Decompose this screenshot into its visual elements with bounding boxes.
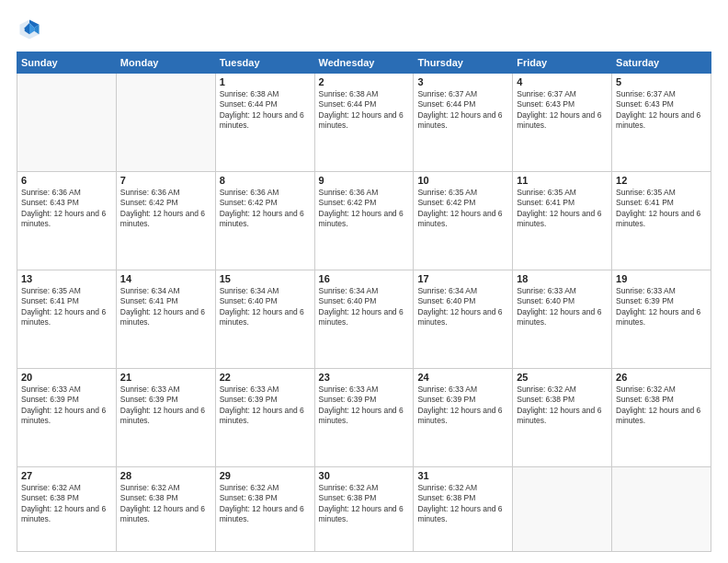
day-info: Sunrise: 6:33 AMSunset: 6:39 PMDaylight:… bbox=[220, 385, 311, 427]
day-info: Sunrise: 6:36 AMSunset: 6:42 PMDaylight:… bbox=[220, 188, 311, 230]
day-number: 5 bbox=[616, 76, 707, 87]
day-info: Sunrise: 6:33 AMSunset: 6:39 PMDaylight:… bbox=[616, 286, 707, 328]
day-number: 15 bbox=[220, 273, 311, 284]
day-info: Sunrise: 6:36 AMSunset: 6:42 PMDaylight:… bbox=[120, 188, 211, 230]
calendar-header-saturday: Saturday bbox=[612, 52, 711, 74]
calendar-cell: 31Sunrise: 6:32 AMSunset: 6:38 PMDayligh… bbox=[414, 466, 513, 551]
day-info: Sunrise: 6:35 AMSunset: 6:41 PMDaylight:… bbox=[21, 286, 112, 328]
day-number: 1 bbox=[220, 76, 311, 87]
calendar-cell: 24Sunrise: 6:33 AMSunset: 6:39 PMDayligh… bbox=[414, 368, 513, 466]
calendar-header-monday: Monday bbox=[116, 52, 215, 74]
day-number: 3 bbox=[417, 76, 508, 87]
day-number: 21 bbox=[120, 372, 211, 383]
day-number: 6 bbox=[21, 175, 112, 186]
calendar-cell bbox=[17, 74, 117, 172]
day-number: 7 bbox=[120, 175, 211, 186]
day-number: 12 bbox=[616, 175, 707, 186]
day-number: 14 bbox=[120, 273, 211, 284]
day-info: Sunrise: 6:34 AMSunset: 6:40 PMDaylight:… bbox=[417, 286, 508, 328]
day-info: Sunrise: 6:34 AMSunset: 6:40 PMDaylight:… bbox=[319, 286, 410, 328]
calendar-cell: 16Sunrise: 6:34 AMSunset: 6:40 PMDayligh… bbox=[314, 270, 414, 368]
day-info: Sunrise: 6:32 AMSunset: 6:38 PMDaylight:… bbox=[120, 483, 211, 525]
logo-icon bbox=[17, 17, 42, 42]
day-number: 29 bbox=[220, 470, 311, 481]
calendar-cell: 26Sunrise: 6:32 AMSunset: 6:38 PMDayligh… bbox=[612, 368, 711, 466]
day-info: Sunrise: 6:36 AMSunset: 6:42 PMDaylight:… bbox=[319, 188, 410, 230]
calendar-header-wednesday: Wednesday bbox=[314, 52, 414, 74]
day-info: Sunrise: 6:37 AMSunset: 6:43 PMDaylight:… bbox=[517, 89, 608, 132]
calendar-header-thursday: Thursday bbox=[414, 52, 513, 74]
day-info: Sunrise: 6:32 AMSunset: 6:38 PMDaylight:… bbox=[517, 385, 608, 427]
day-info: Sunrise: 6:34 AMSunset: 6:40 PMDaylight:… bbox=[220, 286, 311, 328]
calendar-cell: 12Sunrise: 6:35 AMSunset: 6:41 PMDayligh… bbox=[612, 171, 711, 270]
calendar-cell: 14Sunrise: 6:34 AMSunset: 6:41 PMDayligh… bbox=[116, 270, 215, 368]
day-info: Sunrise: 6:33 AMSunset: 6:39 PMDaylight:… bbox=[319, 385, 410, 427]
logo bbox=[17, 17, 46, 42]
calendar-cell: 1Sunrise: 6:38 AMSunset: 6:44 PMDaylight… bbox=[215, 74, 314, 172]
calendar-cell bbox=[116, 74, 215, 172]
calendar-cell: 13Sunrise: 6:35 AMSunset: 6:41 PMDayligh… bbox=[17, 270, 117, 368]
day-info: Sunrise: 6:35 AMSunset: 6:41 PMDaylight:… bbox=[616, 188, 707, 230]
day-info: Sunrise: 6:37 AMSunset: 6:43 PMDaylight:… bbox=[616, 89, 707, 132]
calendar-cell: 18Sunrise: 6:33 AMSunset: 6:40 PMDayligh… bbox=[513, 270, 612, 368]
calendar-cell: 29Sunrise: 6:32 AMSunset: 6:38 PMDayligh… bbox=[215, 466, 314, 551]
calendar-cell bbox=[513, 466, 612, 551]
calendar-cell: 10Sunrise: 6:35 AMSunset: 6:42 PMDayligh… bbox=[414, 171, 513, 270]
day-number: 22 bbox=[220, 372, 311, 383]
day-info: Sunrise: 6:38 AMSunset: 6:44 PMDaylight:… bbox=[319, 89, 410, 132]
day-number: 31 bbox=[417, 470, 508, 481]
calendar-week-4: 20Sunrise: 6:33 AMSunset: 6:39 PMDayligh… bbox=[17, 368, 711, 466]
day-number: 27 bbox=[21, 470, 112, 481]
day-info: Sunrise: 6:36 AMSunset: 6:43 PMDaylight:… bbox=[21, 188, 112, 230]
calendar-cell: 20Sunrise: 6:33 AMSunset: 6:39 PMDayligh… bbox=[17, 368, 117, 466]
day-info: Sunrise: 6:32 AMSunset: 6:38 PMDaylight:… bbox=[21, 483, 112, 525]
day-info: Sunrise: 6:32 AMSunset: 6:38 PMDaylight:… bbox=[319, 483, 410, 525]
calendar-cell: 3Sunrise: 6:37 AMSunset: 6:44 PMDaylight… bbox=[414, 74, 513, 172]
calendar-header-tuesday: Tuesday bbox=[215, 52, 314, 74]
day-number: 30 bbox=[319, 470, 410, 481]
calendar-cell: 21Sunrise: 6:33 AMSunset: 6:39 PMDayligh… bbox=[116, 368, 215, 466]
day-number: 2 bbox=[319, 76, 410, 87]
day-info: Sunrise: 6:35 AMSunset: 6:41 PMDaylight:… bbox=[517, 188, 608, 230]
day-number: 24 bbox=[417, 372, 508, 383]
day-info: Sunrise: 6:32 AMSunset: 6:38 PMDaylight:… bbox=[220, 483, 311, 525]
day-info: Sunrise: 6:33 AMSunset: 6:40 PMDaylight:… bbox=[517, 286, 608, 328]
calendar-table: SundayMondayTuesdayWednesdayThursdayFrid… bbox=[17, 52, 711, 552]
day-number: 28 bbox=[120, 470, 211, 481]
day-number: 17 bbox=[417, 273, 508, 284]
calendar-cell: 7Sunrise: 6:36 AMSunset: 6:42 PMDaylight… bbox=[116, 171, 215, 270]
page: SundayMondayTuesdayWednesdayThursdayFrid… bbox=[0, 0, 728, 563]
day-number: 8 bbox=[220, 175, 311, 186]
calendar-cell: 6Sunrise: 6:36 AMSunset: 6:43 PMDaylight… bbox=[17, 171, 117, 270]
day-number: 4 bbox=[517, 76, 608, 87]
calendar-cell: 9Sunrise: 6:36 AMSunset: 6:42 PMDaylight… bbox=[314, 171, 414, 270]
day-info: Sunrise: 6:34 AMSunset: 6:41 PMDaylight:… bbox=[120, 286, 211, 328]
calendar-header-sunday: Sunday bbox=[17, 52, 117, 74]
day-info: Sunrise: 6:33 AMSunset: 6:39 PMDaylight:… bbox=[417, 385, 508, 427]
calendar-header-friday: Friday bbox=[513, 52, 612, 74]
calendar-week-5: 27Sunrise: 6:32 AMSunset: 6:38 PMDayligh… bbox=[17, 466, 711, 551]
calendar-cell: 28Sunrise: 6:32 AMSunset: 6:38 PMDayligh… bbox=[116, 466, 215, 551]
day-info: Sunrise: 6:35 AMSunset: 6:42 PMDaylight:… bbox=[417, 188, 508, 230]
day-number: 20 bbox=[21, 372, 112, 383]
day-info: Sunrise: 6:38 AMSunset: 6:44 PMDaylight:… bbox=[220, 89, 311, 132]
calendar-cell: 5Sunrise: 6:37 AMSunset: 6:43 PMDaylight… bbox=[612, 74, 711, 172]
calendar-cell: 27Sunrise: 6:32 AMSunset: 6:38 PMDayligh… bbox=[17, 466, 117, 551]
calendar-cell: 25Sunrise: 6:32 AMSunset: 6:38 PMDayligh… bbox=[513, 368, 612, 466]
header bbox=[17, 17, 711, 42]
day-number: 23 bbox=[319, 372, 410, 383]
day-number: 9 bbox=[319, 175, 410, 186]
day-info: Sunrise: 6:32 AMSunset: 6:38 PMDaylight:… bbox=[417, 483, 508, 525]
day-number: 10 bbox=[417, 175, 508, 186]
calendar-cell: 4Sunrise: 6:37 AMSunset: 6:43 PMDaylight… bbox=[513, 74, 612, 172]
calendar-cell: 23Sunrise: 6:33 AMSunset: 6:39 PMDayligh… bbox=[314, 368, 414, 466]
day-number: 25 bbox=[517, 372, 608, 383]
day-info: Sunrise: 6:33 AMSunset: 6:39 PMDaylight:… bbox=[21, 385, 112, 427]
day-number: 18 bbox=[517, 273, 608, 284]
calendar-week-2: 6Sunrise: 6:36 AMSunset: 6:43 PMDaylight… bbox=[17, 171, 711, 270]
day-info: Sunrise: 6:37 AMSunset: 6:44 PMDaylight:… bbox=[417, 89, 508, 132]
calendar-week-3: 13Sunrise: 6:35 AMSunset: 6:41 PMDayligh… bbox=[17, 270, 711, 368]
calendar-cell: 15Sunrise: 6:34 AMSunset: 6:40 PMDayligh… bbox=[215, 270, 314, 368]
calendar-header-row: SundayMondayTuesdayWednesdayThursdayFrid… bbox=[17, 52, 711, 74]
day-number: 19 bbox=[616, 273, 707, 284]
